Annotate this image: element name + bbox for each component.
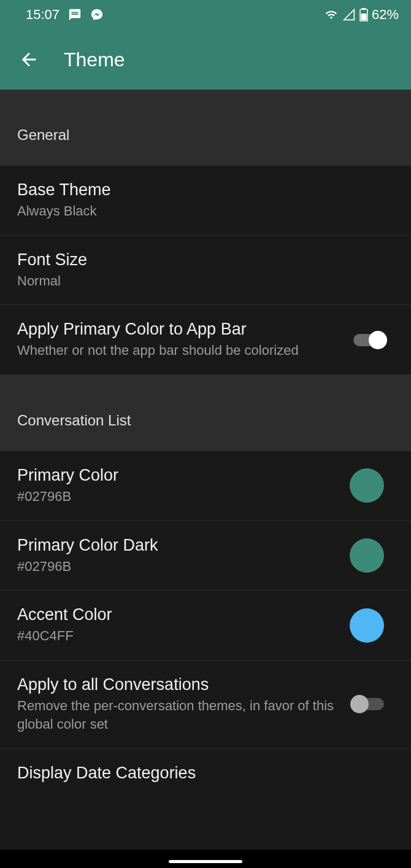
apply-primary-title: Apply Primary Color to App Bar — [17, 320, 341, 339]
svg-rect-1 — [362, 8, 366, 10]
row-base-theme[interactable]: Base Theme Always Black — [0, 166, 411, 236]
wifi-icon — [324, 9, 339, 21]
battery-icon — [359, 8, 368, 21]
primary-color-swatch — [350, 468, 384, 503]
section-conversation-list: Conversation List — [0, 375, 411, 451]
row-apply-all-conversations[interactable]: Apply to all Conversations Remove the pe… — [0, 661, 411, 748]
apply-primary-toggle[interactable] — [353, 334, 384, 346]
primary-color-dark-title: Primary Color Dark — [17, 536, 337, 555]
section-general: General — [0, 90, 411, 166]
status-time: 15:07 — [26, 7, 60, 23]
primary-color-dark-value: #02796B — [17, 557, 337, 576]
primary-color-title: Primary Color — [17, 466, 337, 485]
messenger-icon — [90, 8, 104, 21]
apply-primary-sub: Whether or not the app bar should be col… — [17, 341, 341, 360]
apply-all-sub: Remove the per-conversation themes, in f… — [17, 697, 341, 733]
app-bar: Theme — [0, 29, 411, 90]
display-date-title: Display Date Categories — [17, 764, 382, 783]
row-primary-color[interactable]: Primary Color #02796B — [0, 451, 411, 521]
chat-icon — [68, 8, 82, 21]
row-accent-color[interactable]: Accent Color #40C4FF — [0, 591, 411, 661]
nav-handle[interactable] — [169, 860, 242, 863]
back-button[interactable] — [18, 49, 39, 70]
font-size-title: Font Size — [17, 250, 382, 269]
font-size-value: Normal — [17, 272, 382, 290]
accent-color-value: #40C4FF — [17, 627, 337, 645]
row-font-size[interactable]: Font Size Normal — [0, 236, 411, 306]
base-theme-value: Always Black — [17, 202, 382, 220]
primary-color-value: #02796B — [17, 487, 337, 506]
accent-color-title: Accent Color — [17, 605, 337, 624]
accent-color-swatch — [350, 608, 384, 643]
row-display-date-categories[interactable]: Display Date Categories — [0, 749, 411, 786]
battery-percent: 62% — [372, 7, 399, 23]
row-primary-color-dark[interactable]: Primary Color Dark #02796B — [0, 521, 411, 591]
status-bar: 15:07 62% — [0, 0, 411, 29]
svg-rect-2 — [361, 14, 366, 21]
base-theme-title: Base Theme — [17, 180, 382, 200]
apply-all-title: Apply to all Conversations — [17, 675, 341, 694]
page-title: Theme — [64, 48, 125, 71]
apply-all-toggle[interactable] — [353, 698, 384, 710]
row-apply-primary-appbar[interactable]: Apply Primary Color to App Bar Whether o… — [0, 305, 411, 375]
signal-icon — [342, 9, 356, 21]
primary-color-dark-swatch — [350, 538, 384, 573]
